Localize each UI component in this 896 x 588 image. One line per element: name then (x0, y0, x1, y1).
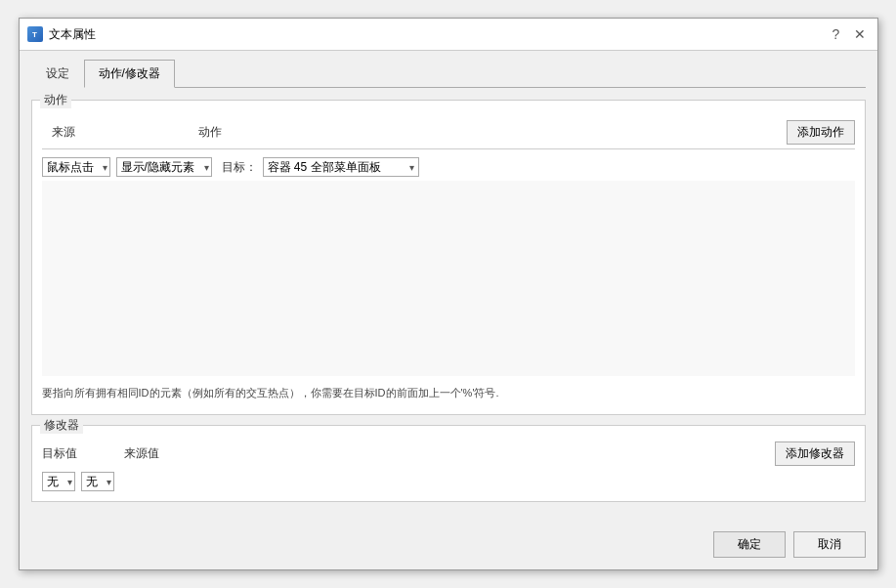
modifier-row: 无 无 (42, 472, 855, 491)
header-source: 来源 (42, 124, 169, 141)
dialog-title: 文本属性 (49, 26, 827, 43)
modifiers-body: 目标值 来源值 添加修改器 无 无 (42, 436, 855, 491)
mod-source-select[interactable]: 无 (81, 472, 114, 491)
action-select-wrapper: 显示/隐藏元素 (116, 157, 212, 177)
app-icon: T (27, 26, 43, 42)
mod-source-wrapper: 无 (81, 472, 114, 491)
target-label: 目标： (222, 159, 257, 176)
action-row: 鼠标点击 显示/隐藏元素 目标： 容器 45 全部菜单面板 (42, 153, 855, 181)
close-button[interactable]: ✕ (850, 24, 870, 44)
dialog-window: T 文本属性 ? ✕ 设定 动作/修改器 动作 来源 动作 (19, 18, 878, 570)
actions-section: 动作 来源 动作 添加动作 鼠标点击 (31, 100, 866, 415)
tab-settings[interactable]: 设定 (31, 60, 84, 88)
modifiers-section: 修改器 目标值 来源值 添加修改器 无 无 (31, 425, 866, 502)
actions-empty-area (42, 181, 855, 376)
mod-target-wrapper: 无 (42, 472, 75, 491)
header-target-value: 目标值 (42, 445, 120, 462)
target-select[interactable]: 容器 45 全部菜单面板 (263, 157, 419, 177)
confirm-button[interactable]: 确定 (713, 531, 786, 558)
dialog-footer: 确定 取消 (20, 524, 877, 569)
help-button[interactable]: ? (827, 24, 846, 44)
title-controls: ? ✕ (827, 24, 870, 44)
header-action: 动作 (169, 124, 316, 141)
title-icon: T (27, 26, 43, 42)
modifiers-header: 目标值 来源值 添加修改器 (42, 441, 855, 466)
cancel-button[interactable]: 取消 (793, 531, 866, 558)
tab-bar: 设定 动作/修改器 (31, 59, 866, 88)
mod-target-select[interactable]: 无 (42, 472, 75, 491)
header-source-value: 来源值 (124, 445, 202, 462)
actions-area: 来源 动作 添加动作 鼠标点击 显示/隐藏元素 (42, 110, 855, 376)
add-modifier-button[interactable]: 添加修改器 (775, 441, 855, 466)
action-select[interactable]: 显示/隐藏元素 (116, 157, 212, 177)
target-select-wrapper: 容器 45 全部菜单面板 (263, 157, 419, 177)
add-action-button[interactable]: 添加动作 (787, 120, 855, 145)
actions-header: 来源 动作 添加动作 (42, 116, 855, 149)
dialog-body: 设定 动作/修改器 动作 来源 动作 添加动作 鼠标点击 (20, 51, 877, 524)
tab-actions[interactable]: 动作/修改器 (84, 60, 175, 88)
info-text: 要指向所有拥有相同ID的元素（例如所有的交互热点），你需要在目标ID的前面加上一… (42, 382, 855, 404)
modifiers-section-label: 修改器 (40, 417, 83, 434)
source-select[interactable]: 鼠标点击 (42, 157, 110, 177)
actions-section-label: 动作 (40, 92, 71, 108)
source-select-wrapper: 鼠标点击 (42, 157, 110, 177)
title-bar: T 文本属性 ? ✕ (20, 19, 877, 51)
